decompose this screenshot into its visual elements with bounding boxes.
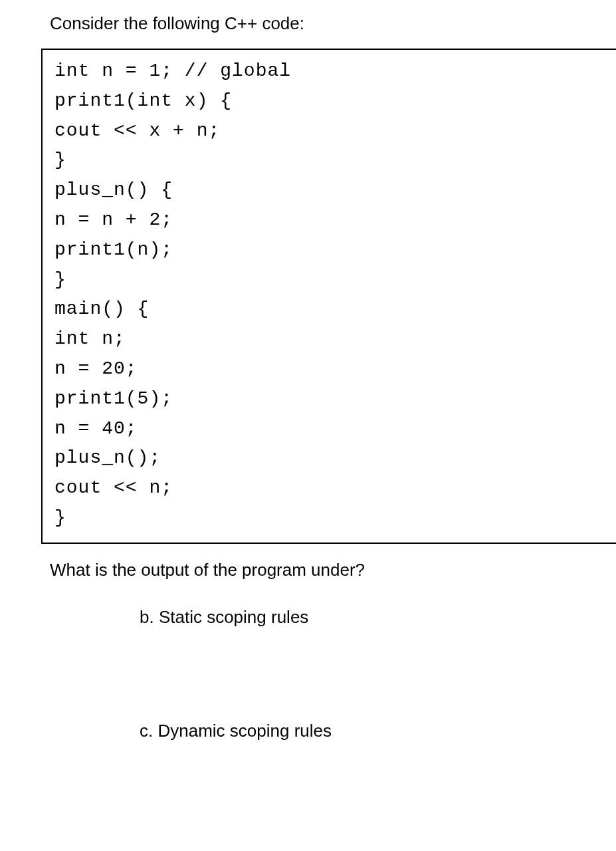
code-line: } bbox=[54, 265, 604, 295]
code-line: main() { bbox=[54, 295, 604, 324]
option-c: c. Dynamic scoping rules bbox=[140, 721, 616, 741]
code-line: } bbox=[54, 503, 604, 533]
code-line: cout << n; bbox=[54, 473, 604, 503]
code-line: print1(5); bbox=[54, 384, 604, 414]
code-line: print1(n); bbox=[54, 235, 604, 265]
code-line: n = 40; bbox=[54, 414, 604, 444]
code-line: plus_n(); bbox=[54, 443, 604, 473]
option-b: b. Static scoping rules bbox=[140, 607, 616, 628]
code-line: n = n + 2; bbox=[54, 205, 604, 235]
intro-text: Consider the following C++ code: bbox=[50, 13, 616, 34]
code-line: n = 20; bbox=[54, 354, 604, 384]
code-line: cout << x + n; bbox=[54, 116, 604, 146]
code-line: } bbox=[54, 146, 604, 176]
code-line: plus_n() { bbox=[54, 176, 604, 205]
code-line: int n; bbox=[54, 324, 604, 354]
code-line: print1(int x) { bbox=[54, 86, 604, 116]
code-block: int n = 1; // global print1(int x) { cou… bbox=[41, 49, 616, 544]
code-line: int n = 1; // global bbox=[54, 57, 604, 86]
question-text: What is the output of the program under? bbox=[50, 560, 616, 580]
